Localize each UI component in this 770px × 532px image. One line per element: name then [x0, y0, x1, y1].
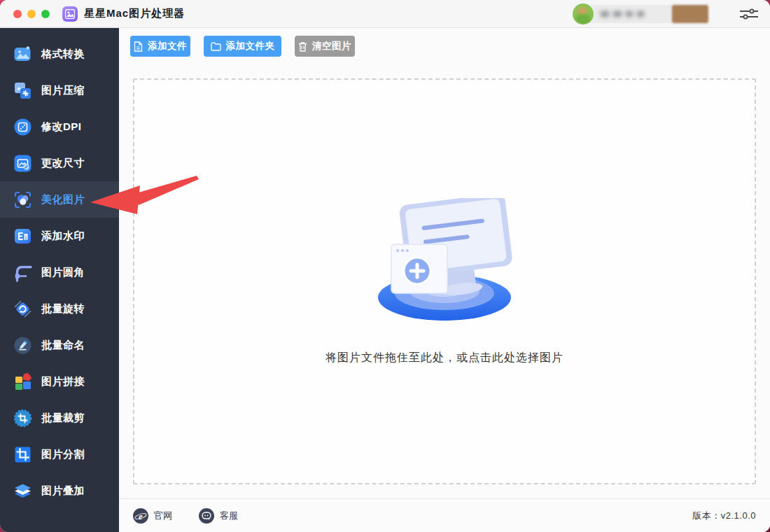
dropzone-hint: 将图片文件拖住至此处，或点击此处选择图片 [326, 351, 564, 365]
support-label: 客服 [220, 510, 238, 522]
support-chat-icon [199, 508, 214, 524]
sidebar-item-image-compress[interactable]: 图片压缩 [0, 72, 119, 108]
sidebar-item-batch-rotate[interactable]: 批量旋转 [0, 290, 119, 327]
zoom-button[interactable] [41, 10, 50, 18]
batch-rename-icon [13, 336, 32, 355]
image-dropzone[interactable]: 将图片文件拖住至此处，或点击此处选择图片 [133, 78, 756, 484]
svg-text:e: e [139, 510, 143, 521]
format-convert-icon [13, 45, 32, 64]
website-icon: e [133, 508, 148, 524]
sidebar-item-image-split[interactable]: 图片分割 [0, 436, 119, 472]
watermark-icon [13, 227, 32, 246]
sidebar-item-image-overlay[interactable]: 图片叠加 [0, 472, 119, 509]
titlebar: 星星Mac图片处理器 [0, 0, 770, 28]
add-folder-label: 添加文件夹 [226, 40, 275, 52]
file-icon [134, 41, 143, 52]
sidebar-item-label: 格式转换 [41, 48, 85, 61]
close-button[interactable] [13, 10, 22, 18]
add-images-illustration [371, 198, 518, 324]
beautify-image-icon [13, 190, 32, 209]
clear-images-label: 清空图片 [312, 40, 351, 52]
sidebar-item-image-stitch[interactable]: 图片拼接 [0, 363, 119, 400]
website-label: 官网 [154, 510, 172, 522]
sidebar-item-label: 图片叠加 [41, 484, 85, 498]
sidebar-item-batch-crop[interactable]: 批量裁剪 [0, 400, 119, 436]
sidebar-item-format-convert[interactable]: 格式转换 [0, 36, 119, 72]
sidebar-item-label: 批量裁剪 [41, 412, 85, 425]
image-overlay-icon [13, 482, 32, 500]
image-compress-icon [13, 81, 32, 100]
app-title: 星星Mac图片处理器 [84, 7, 185, 20]
account-name-redacted [588, 5, 673, 23]
version-text: 版本：v2.1.0.0 [692, 510, 756, 522]
modify-dpi-icon [13, 118, 32, 136]
sidebar-item-label: 图片圆角 [41, 266, 85, 279]
add-file-button[interactable]: 添加文件 [130, 36, 190, 57]
sidebar-item-label: 图片压缩 [41, 84, 85, 97]
image-stitch-icon [13, 372, 32, 391]
sidebar-item-label: 图片分割 [41, 448, 85, 461]
batch-crop-icon [13, 409, 32, 428]
image-split-icon [13, 445, 32, 464]
main-content: 添加文件 添加文件夹 清空图片 [119, 28, 770, 532]
batch-rotate-icon [13, 300, 32, 318]
round-corner-icon [13, 263, 32, 282]
sidebar-item-beautify-image[interactable]: 美化图片 [0, 181, 119, 218]
sliders-icon[interactable] [739, 8, 759, 20]
sidebar-item-label: 批量旋转 [41, 302, 85, 316]
user-account-area[interactable] [573, 4, 708, 24]
sidebar-item-label: 美化图片 [41, 193, 85, 206]
clear-images-button[interactable]: 清空图片 [295, 36, 355, 57]
footer: e 官网 客服 版本：v2.1.0.0 [119, 498, 770, 532]
app-window: 星星Mac图片处理器 格式转换 [0, 0, 770, 532]
image-app-icon [62, 6, 78, 22]
website-link[interactable]: e 官网 [133, 508, 172, 524]
resize-icon [13, 154, 32, 173]
sidebar-item-resize[interactable]: 更改尺寸 [0, 145, 119, 181]
minimize-button[interactable] [27, 10, 36, 18]
sidebar-item-label: 图片拼接 [41, 375, 85, 388]
avatar[interactable] [573, 4, 594, 24]
sidebar-item-watermark[interactable]: 添加水印 [0, 218, 119, 254]
account-badge-redacted [672, 5, 708, 23]
sidebar-item-batch-rename[interactable]: 批量命名 [0, 327, 119, 363]
sidebar-item-modify-dpi[interactable]: 修改DPI [0, 108, 119, 145]
sidebar-item-label: 更改尺寸 [41, 157, 85, 170]
sidebar: 格式转换 图片压缩 修改DPI [0, 28, 119, 532]
window-controls [13, 10, 50, 18]
trash-icon [298, 41, 307, 52]
sidebar-item-label: 添加水印 [41, 230, 85, 243]
add-file-label: 添加文件 [148, 40, 187, 52]
add-folder-button[interactable]: 添加文件夹 [204, 36, 281, 57]
sidebar-item-label: 批量命名 [41, 339, 85, 352]
sidebar-item-round-corner[interactable]: 图片圆角 [0, 254, 119, 290]
support-link[interactable]: 客服 [199, 508, 238, 524]
folder-icon [211, 42, 221, 51]
sidebar-item-label: 修改DPI [41, 120, 82, 134]
